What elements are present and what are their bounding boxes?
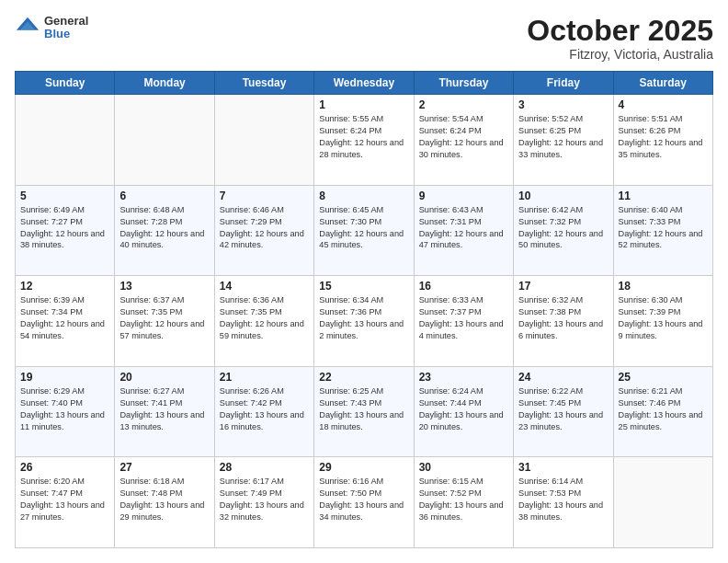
day-number: 27 bbox=[119, 461, 209, 474]
day-info: Sunrise: 6:37 AM Sunset: 7:35 PM Dayligh… bbox=[119, 294, 209, 342]
week-row-2: 5Sunrise: 6:49 AM Sunset: 7:27 PM Daylig… bbox=[16, 185, 713, 276]
header-sunday: Sunday bbox=[16, 72, 115, 95]
day-number: 6 bbox=[119, 190, 209, 202]
day-number: 7 bbox=[220, 190, 309, 202]
day-number: 24 bbox=[518, 371, 608, 384]
week-row-3: 12Sunrise: 6:39 AM Sunset: 7:34 PM Dayli… bbox=[16, 276, 713, 367]
day-info: Sunrise: 5:52 AM Sunset: 6:25 PM Dayligh… bbox=[518, 113, 608, 161]
calendar-cell-w1-d7: 4Sunrise: 5:51 AM Sunset: 6:26 PM Daylig… bbox=[613, 95, 712, 186]
calendar-cell-w1-d5: 2Sunrise: 5:54 AM Sunset: 6:24 PM Daylig… bbox=[414, 95, 513, 186]
day-number: 10 bbox=[518, 190, 608, 202]
day-number: 13 bbox=[119, 280, 209, 293]
calendar-cell-w2-d1: 5Sunrise: 6:49 AM Sunset: 7:27 PM Daylig… bbox=[16, 185, 115, 276]
day-number: 22 bbox=[319, 371, 408, 384]
header: General Blue October 2025 Fitzroy, Victo… bbox=[15, 15, 713, 62]
calendar-table: Sunday Monday Tuesday Wednesday Thursday… bbox=[15, 71, 713, 548]
page: General Blue October 2025 Fitzroy, Victo… bbox=[0, 0, 728, 563]
logo: General Blue bbox=[15, 15, 88, 41]
day-number: 26 bbox=[20, 461, 109, 474]
logo-text: General Blue bbox=[44, 15, 88, 41]
day-number: 29 bbox=[319, 461, 408, 474]
day-number: 28 bbox=[220, 461, 309, 474]
day-number: 20 bbox=[119, 371, 209, 384]
day-info: Sunrise: 6:27 AM Sunset: 7:41 PM Dayligh… bbox=[119, 385, 209, 433]
day-info: Sunrise: 6:32 AM Sunset: 7:38 PM Dayligh… bbox=[518, 294, 608, 342]
calendar-cell-w2-d5: 9Sunrise: 6:43 AM Sunset: 7:31 PM Daylig… bbox=[414, 185, 513, 276]
calendar-cell-w1-d6: 3Sunrise: 5:52 AM Sunset: 6:25 PM Daylig… bbox=[514, 95, 613, 186]
header-friday: Friday bbox=[514, 72, 613, 95]
day-number: 3 bbox=[518, 98, 608, 111]
calendar-cell-w5-d6: 31Sunrise: 6:14 AM Sunset: 7:53 PM Dayli… bbox=[514, 457, 613, 548]
logo-general: General bbox=[44, 15, 88, 28]
day-number: 9 bbox=[419, 190, 508, 202]
day-number: 1 bbox=[319, 98, 408, 111]
header-saturday: Saturday bbox=[613, 72, 712, 95]
calendar-cell-w5-d4: 29Sunrise: 6:16 AM Sunset: 7:50 PM Dayli… bbox=[314, 457, 414, 548]
day-number: 19 bbox=[20, 371, 109, 384]
calendar-cell-w3-d1: 12Sunrise: 6:39 AM Sunset: 7:34 PM Dayli… bbox=[16, 276, 115, 367]
day-number: 4 bbox=[619, 98, 708, 111]
calendar-cell-w5-d1: 26Sunrise: 6:20 AM Sunset: 7:47 PM Dayli… bbox=[16, 457, 115, 548]
day-info: Sunrise: 6:34 AM Sunset: 7:36 PM Dayligh… bbox=[319, 294, 408, 342]
calendar-cell-w3-d3: 14Sunrise: 6:36 AM Sunset: 7:35 PM Dayli… bbox=[214, 276, 313, 367]
day-number: 17 bbox=[518, 280, 608, 293]
day-info: Sunrise: 6:33 AM Sunset: 7:37 PM Dayligh… bbox=[419, 294, 508, 342]
calendar-cell-w3-d7: 18Sunrise: 6:30 AM Sunset: 7:39 PM Dayli… bbox=[613, 276, 712, 367]
calendar-cell-w1-d1 bbox=[16, 95, 115, 186]
calendar-cell-w2-d7: 11Sunrise: 6:40 AM Sunset: 7:33 PM Dayli… bbox=[613, 185, 712, 276]
day-number: 30 bbox=[419, 461, 508, 474]
day-info: Sunrise: 6:46 AM Sunset: 7:29 PM Dayligh… bbox=[220, 204, 309, 252]
day-info: Sunrise: 6:42 AM Sunset: 7:32 PM Dayligh… bbox=[518, 204, 608, 252]
day-info: Sunrise: 6:30 AM Sunset: 7:39 PM Dayligh… bbox=[619, 294, 708, 342]
calendar-cell-w1-d4: 1Sunrise: 5:55 AM Sunset: 6:24 PM Daylig… bbox=[314, 95, 414, 186]
month-title: October 2025 bbox=[527, 15, 713, 47]
calendar-cell-w2-d4: 8Sunrise: 6:45 AM Sunset: 7:30 PM Daylig… bbox=[314, 185, 414, 276]
day-number: 23 bbox=[419, 371, 508, 384]
day-info: Sunrise: 6:29 AM Sunset: 7:40 PM Dayligh… bbox=[20, 385, 109, 433]
day-info: Sunrise: 6:26 AM Sunset: 7:42 PM Dayligh… bbox=[220, 385, 309, 433]
day-info: Sunrise: 6:43 AM Sunset: 7:31 PM Dayligh… bbox=[419, 204, 508, 252]
day-info: Sunrise: 6:24 AM Sunset: 7:44 PM Dayligh… bbox=[419, 385, 508, 433]
day-info: Sunrise: 6:21 AM Sunset: 7:46 PM Dayligh… bbox=[619, 385, 708, 433]
calendar-cell-w4-d1: 19Sunrise: 6:29 AM Sunset: 7:40 PM Dayli… bbox=[16, 366, 115, 457]
day-number: 31 bbox=[518, 461, 608, 474]
logo-blue: Blue bbox=[44, 28, 88, 40]
day-number: 16 bbox=[419, 280, 508, 293]
day-number: 15 bbox=[319, 280, 408, 293]
calendar-cell-w2-d6: 10Sunrise: 6:42 AM Sunset: 7:32 PM Dayli… bbox=[514, 185, 613, 276]
week-row-4: 19Sunrise: 6:29 AM Sunset: 7:40 PM Dayli… bbox=[16, 366, 713, 457]
calendar-cell-w4-d7: 25Sunrise: 6:21 AM Sunset: 7:46 PM Dayli… bbox=[613, 366, 712, 457]
calendar-cell-w4-d6: 24Sunrise: 6:22 AM Sunset: 7:45 PM Dayli… bbox=[514, 366, 613, 457]
logo-icon bbox=[15, 15, 40, 40]
header-monday: Monday bbox=[115, 72, 214, 95]
week-row-1: 1Sunrise: 5:55 AM Sunset: 6:24 PM Daylig… bbox=[16, 95, 713, 186]
day-number: 12 bbox=[20, 280, 109, 293]
calendar-cell-w2-d3: 7Sunrise: 6:46 AM Sunset: 7:29 PM Daylig… bbox=[214, 185, 313, 276]
calendar-cell-w3-d5: 16Sunrise: 6:33 AM Sunset: 7:37 PM Dayli… bbox=[414, 276, 513, 367]
day-number: 14 bbox=[220, 280, 309, 293]
day-info: Sunrise: 6:36 AM Sunset: 7:35 PM Dayligh… bbox=[220, 294, 309, 342]
day-info: Sunrise: 5:55 AM Sunset: 6:24 PM Dayligh… bbox=[319, 113, 408, 161]
day-info: Sunrise: 6:25 AM Sunset: 7:43 PM Dayligh… bbox=[319, 385, 408, 433]
calendar-cell-w5-d7 bbox=[613, 457, 712, 548]
calendar-cell-w3-d6: 17Sunrise: 6:32 AM Sunset: 7:38 PM Dayli… bbox=[514, 276, 613, 367]
day-info: Sunrise: 6:14 AM Sunset: 7:53 PM Dayligh… bbox=[518, 476, 608, 523]
day-number: 21 bbox=[220, 371, 309, 384]
day-number: 8 bbox=[319, 190, 408, 202]
day-info: Sunrise: 6:49 AM Sunset: 7:27 PM Dayligh… bbox=[20, 204, 109, 252]
day-info: Sunrise: 5:51 AM Sunset: 6:26 PM Dayligh… bbox=[619, 113, 708, 161]
day-info: Sunrise: 6:45 AM Sunset: 7:30 PM Dayligh… bbox=[319, 204, 408, 252]
day-info: Sunrise: 6:17 AM Sunset: 7:49 PM Dayligh… bbox=[220, 476, 309, 523]
header-tuesday: Tuesday bbox=[214, 72, 313, 95]
day-info: Sunrise: 6:22 AM Sunset: 7:45 PM Dayligh… bbox=[518, 385, 608, 433]
calendar-cell-w4-d5: 23Sunrise: 6:24 AM Sunset: 7:44 PM Dayli… bbox=[414, 366, 513, 457]
day-info: Sunrise: 6:15 AM Sunset: 7:52 PM Dayligh… bbox=[419, 476, 508, 523]
calendar-cell-w1-d2 bbox=[115, 95, 214, 186]
calendar-cell-w1-d3 bbox=[214, 95, 313, 186]
location-subtitle: Fitzroy, Victoria, Australia bbox=[527, 47, 713, 62]
header-wednesday: Wednesday bbox=[314, 72, 414, 95]
day-number: 2 bbox=[419, 98, 508, 111]
calendar-cell-w3-d2: 13Sunrise: 6:37 AM Sunset: 7:35 PM Dayli… bbox=[115, 276, 214, 367]
calendar-cell-w4-d3: 21Sunrise: 6:26 AM Sunset: 7:42 PM Dayli… bbox=[214, 366, 313, 457]
day-number: 18 bbox=[619, 280, 708, 293]
